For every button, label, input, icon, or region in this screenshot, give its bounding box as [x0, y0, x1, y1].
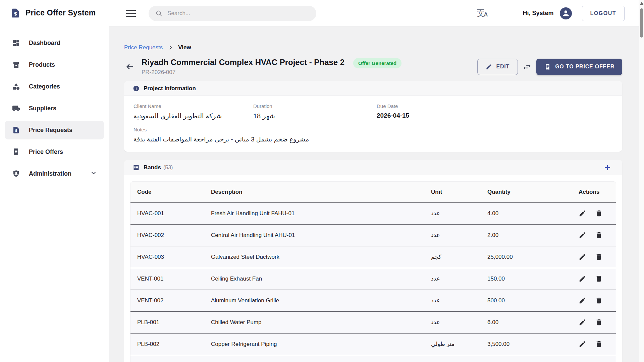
- products-box-icon: [12, 61, 20, 69]
- edit-row-icon[interactable]: [579, 297, 586, 304]
- vertical-scrollbar[interactable]: [639, 0, 644, 362]
- breadcrumb-price-requests-link[interactable]: Price Requests: [124, 44, 163, 51]
- search-input[interactable]: [167, 10, 310, 17]
- app-title: Price Offer System: [25, 8, 96, 17]
- sidebar-item-administration[interactable]: Administration: [5, 164, 104, 183]
- column-header-unit: Unit: [424, 182, 481, 202]
- search-bar[interactable]: [149, 6, 316, 21]
- receipt-icon: [544, 63, 551, 70]
- delete-row-icon[interactable]: [595, 231, 603, 239]
- top-header: 文A Hi, System LOGOUT: [109, 0, 644, 27]
- column-header-description: Description: [204, 182, 424, 202]
- translate-icon[interactable]: 文A: [477, 9, 488, 17]
- sidebar-item-dashboard[interactable]: Dashboard: [5, 34, 104, 52]
- plus-icon: [603, 163, 612, 172]
- cell-unit: عدد: [424, 355, 481, 362]
- back-arrow-icon[interactable]: [124, 61, 136, 72]
- client-name-label: Client Name: [133, 103, 253, 109]
- client-name-value: شركة التطوير العقاري السعودية: [133, 112, 253, 120]
- go-to-price-offer-label: GO TO PRICE OFFER: [555, 64, 614, 70]
- table-row: ELEC-001 Electrical Distribution Panel ع…: [130, 355, 616, 362]
- svg-text:$: $: [14, 10, 17, 16]
- project-information-header: Project Information: [124, 81, 622, 96]
- delete-row-icon[interactable]: [595, 297, 603, 304]
- table-row: VENT-002 Aluminum Ventilation Grille عدد…: [130, 290, 616, 311]
- sidebar-item-suppliers[interactable]: Suppliers: [5, 99, 104, 118]
- bands-table: Code Description Unit Quantity Actions H…: [130, 181, 616, 362]
- section-title: Bands: [144, 164, 161, 171]
- sidebar-item-label: Suppliers: [29, 105, 56, 112]
- client-name-field: Client Name شركة التطوير العقاري السعودي…: [133, 103, 253, 120]
- column-header-actions: Actions: [572, 182, 616, 202]
- cell-description: Chilled Water Pump: [204, 311, 424, 333]
- edit-row-icon[interactable]: [579, 231, 586, 239]
- sidebar-item-label: Categories: [29, 83, 60, 90]
- column-header-quantity: Quantity: [481, 182, 572, 202]
- cell-unit: كجم: [424, 246, 481, 268]
- avatar[interactable]: [560, 7, 572, 19]
- bands-card: Bands (53) Code Description Unit Q: [124, 160, 622, 362]
- cell-quantity: 150.00: [481, 268, 572, 290]
- table-header-row: Code Description Unit Quantity Actions: [130, 182, 616, 202]
- truck-icon: [12, 104, 20, 112]
- duration-field: Duration 18 شهر: [253, 103, 377, 120]
- delete-row-icon[interactable]: [595, 275, 603, 283]
- due-date-field: Due Date 2026-04-15: [377, 103, 613, 120]
- due-date-label: Due Date: [377, 103, 613, 109]
- swap-horizontal-icon[interactable]: [523, 62, 532, 71]
- cell-unit: عدد: [424, 224, 481, 246]
- document-dollar-logo-icon: $: [10, 7, 21, 19]
- delete-row-icon[interactable]: [595, 318, 603, 326]
- receipt-icon: [12, 148, 20, 156]
- add-band-button[interactable]: [601, 162, 613, 174]
- sidebar-item-price-requests[interactable]: $ Price Requests: [5, 121, 104, 139]
- delete-row-icon[interactable]: [595, 253, 603, 261]
- delete-row-icon[interactable]: [595, 340, 603, 348]
- logout-button[interactable]: LOGOUT: [582, 6, 625, 21]
- duration-label: Duration: [253, 103, 377, 109]
- go-to-price-offer-button[interactable]: GO TO PRICE OFFER: [536, 59, 622, 75]
- edit-button[interactable]: EDIT: [477, 59, 518, 75]
- edit-row-icon[interactable]: [579, 340, 586, 348]
- sidebar-item-products[interactable]: Products: [5, 55, 104, 74]
- edit-button-label: EDIT: [496, 64, 509, 70]
- edit-row-icon[interactable]: [579, 253, 586, 261]
- cell-code: VENT-002: [130, 290, 204, 311]
- project-information-card: Project Information Client Name شركة الت…: [124, 81, 622, 152]
- cell-code: PLB-001: [130, 311, 204, 333]
- table-row: HVAC-003 Galvanized Steel Ductwork كجم 2…: [130, 246, 616, 268]
- cell-quantity: 4.00: [481, 202, 572, 224]
- cell-description: Electrical Distribution Panel: [204, 355, 424, 362]
- scrollbar-thumb[interactable]: [640, 8, 643, 38]
- cell-description: Central Air Handling Unit AHU-01: [204, 224, 424, 246]
- cell-unit: عدد: [424, 268, 481, 290]
- cell-description: Ceiling Exhaust Fan: [204, 268, 424, 290]
- table-row: VENT-001 Ceiling Exhaust Fan عدد 150.00: [130, 268, 616, 290]
- edit-row-icon[interactable]: [579, 318, 586, 326]
- cell-description: Copper Refrigerant Piping: [204, 333, 424, 355]
- project-information-body: Client Name شركة التطوير العقاري السعودي…: [124, 96, 622, 152]
- sidebar-item-price-offers[interactable]: Price Offers: [5, 142, 104, 161]
- table-row: HVAC-002 Central Air Handling Unit AHU-0…: [130, 224, 616, 246]
- cell-quantity: 500.00: [481, 290, 572, 311]
- scroll-up-arrow-icon[interactable]: [640, 2, 644, 5]
- notes-field: Notes مشروع ضخم يشمل 3 مباني - يرجى مراج…: [133, 127, 613, 143]
- table-row: HVAC-001 Fresh Air Handling Unit FAHU-01…: [130, 202, 616, 224]
- edit-row-icon[interactable]: [579, 209, 586, 217]
- bands-body: Code Description Unit Quantity Actions H…: [124, 175, 622, 362]
- cell-quantity: 6.00: [481, 311, 572, 333]
- sidebar-item-label: Products: [29, 61, 55, 68]
- menu-toggle-icon[interactable]: [126, 10, 136, 17]
- user-greeting: Hi, System: [523, 10, 554, 17]
- search-icon: [155, 10, 163, 17]
- cell-unit: متر طولي: [424, 333, 481, 355]
- notes-value: مشروع ضخم يشمل 3 مباني - يرجى مراجعة الم…: [133, 135, 613, 143]
- pencil-icon: [486, 64, 492, 70]
- edit-row-icon[interactable]: [579, 275, 586, 283]
- breadcrumb-current: View: [178, 44, 191, 51]
- app-logo-row: $ Price Offer System: [0, 0, 109, 26]
- bands-count: (53): [163, 165, 173, 171]
- breadcrumb: Price Requests View: [124, 44, 622, 51]
- delete-row-icon[interactable]: [595, 209, 603, 217]
- sidebar-item-categories[interactable]: Categories: [5, 77, 104, 96]
